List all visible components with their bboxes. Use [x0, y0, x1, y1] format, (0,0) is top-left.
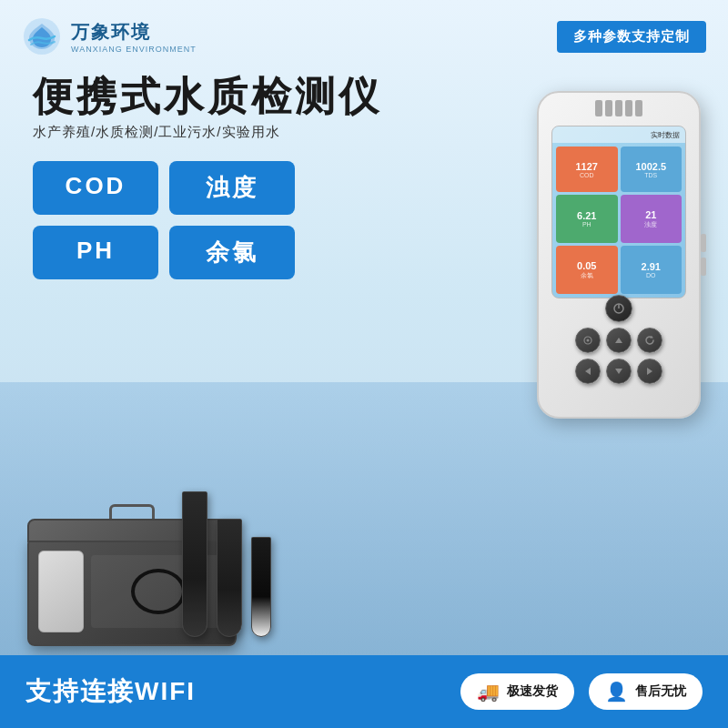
logo-area: 万象环境 WANXIANG ENVIRONMENT: [22, 16, 197, 56]
device-screen: 实时数据 1127 COD 1002.5 TDS 6.21: [551, 126, 686, 298]
up-button[interactable]: [606, 328, 632, 353]
logo-icon: [22, 16, 62, 56]
right-button[interactable]: [637, 359, 662, 384]
probe-1: [182, 491, 207, 637]
logo-title: 万象环境: [71, 20, 197, 45]
ph-label: PH: [582, 221, 592, 228]
delivery-icon: 🚚: [477, 681, 500, 703]
power-row: [564, 295, 673, 322]
svg-marker-8: [615, 369, 622, 374]
service-icon: 👤: [605, 681, 628, 703]
svg-marker-5: [615, 338, 622, 343]
svg-marker-9: [647, 368, 652, 375]
badge-customize: 多种参数支持定制: [557, 21, 706, 53]
screen-cell-do: 2.91 DO: [621, 246, 682, 294]
wifi-text: 支持连接WIFI: [25, 674, 196, 709]
svg-point-4: [587, 339, 590, 342]
screen-cell-chlorine: 0.05 余氯: [556, 246, 618, 294]
bottom-section: 支持连接WIFI 🚚 极速发货 👤 售后无忧: [0, 655, 728, 728]
tds-value: 1002.5: [635, 161, 666, 172]
screen-cell-turbidity: 21 浊度: [621, 195, 682, 243]
feature-tags: COD 浊度 PH 余氯: [0, 145, 328, 288]
probe-2: [217, 519, 242, 637]
delivery-badge: 🚚 极速发货: [460, 673, 574, 710]
do-label: DO: [646, 272, 656, 278]
screen-cell-ph: 6.21 PH: [556, 195, 618, 243]
page-container: 万象环境 WANXIANG ENVIRONMENT 多种参数支持定制 便携式水质…: [0, 0, 728, 728]
service-text: 售后无忧: [635, 683, 686, 700]
screen-cell-cod: 1127 COD: [556, 147, 618, 192]
settings-button[interactable]: [575, 328, 601, 353]
feature-tag-cod: COD: [33, 161, 158, 215]
cable-coil: [131, 569, 186, 614]
main-title-section: 便携式水质检测仪 水产养殖/水质检测/工业污水/实验用水: [0, 66, 728, 145]
service-badge: 👤 售后无忧: [589, 673, 703, 710]
down-button[interactable]: [606, 359, 632, 384]
case-device: [38, 551, 84, 632]
probes-area: [182, 491, 271, 637]
cod-value: 1127: [576, 161, 598, 172]
screen-grid: 1127 COD 1002.5 TDS 6.21 PH 21: [552, 143, 685, 298]
bottom-right-badges: 🚚 极速发货 👤 售后无忧: [460, 673, 703, 710]
main-title: 便携式水质检测仪: [33, 75, 695, 118]
right-icon: [645, 367, 654, 376]
refresh-button[interactable]: [637, 328, 662, 353]
logo-text-wrap: 万象环境 WANXIANG ENVIRONMENT: [71, 20, 197, 54]
device-buttons: [564, 295, 673, 389]
side-buttons: [701, 234, 706, 276]
nav-row-1: [564, 328, 673, 353]
left-icon: [583, 367, 592, 376]
screen-cell-tds: 1002.5 TDS: [621, 147, 682, 192]
nav-row-2: [564, 359, 673, 384]
chlorine-value: 0.05: [577, 260, 596, 271]
left-button[interactable]: [575, 359, 601, 384]
logo-subtitle: WANXIANG ENVIRONMENT: [71, 45, 197, 54]
refresh-icon: [644, 335, 655, 346]
turbidity-label: 浊度: [644, 220, 657, 229]
up-icon: [614, 336, 623, 345]
side-btn-2: [701, 258, 706, 276]
down-icon: [614, 367, 623, 376]
ph-value: 6.21: [577, 210, 596, 221]
chlorine-label: 余氯: [581, 271, 593, 280]
svg-marker-7: [585, 368, 591, 375]
subtitle-line: 水产养殖/水质检测/工业污水/实验用水: [33, 124, 695, 141]
turbidity-value: 21: [645, 209, 656, 220]
suitcase-handle: [109, 504, 155, 519]
power-icon: [612, 302, 625, 315]
power-button[interactable]: [605, 295, 632, 322]
probe-3: [251, 537, 271, 637]
feature-tag-chlorine: 余氯: [169, 226, 295, 279]
do-value: 2.91: [642, 261, 661, 272]
top-header: 万象环境 WANXIANG ENVIRONMENT 多种参数支持定制: [0, 0, 728, 66]
delivery-text: 极速发货: [507, 683, 558, 700]
settings-icon: [582, 335, 593, 346]
feature-tag-ph: PH: [33, 226, 158, 279]
cod-label: COD: [580, 172, 594, 178]
tds-label: TDS: [644, 172, 657, 178]
feature-tag-turbidity: 浊度: [169, 161, 295, 215]
side-btn-1: [701, 234, 706, 252]
